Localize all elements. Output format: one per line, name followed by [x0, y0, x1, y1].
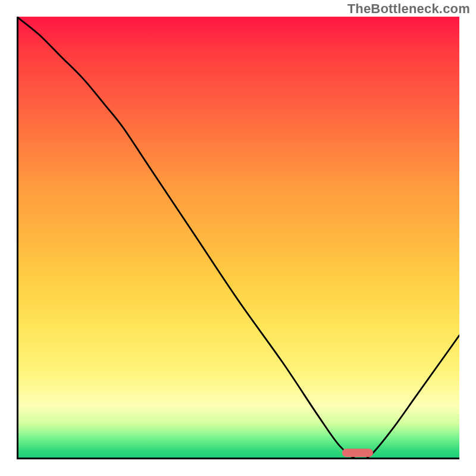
chart-axes — [17, 17, 459, 459]
watermark-text: TheBottleneck.com — [347, 1, 470, 17]
